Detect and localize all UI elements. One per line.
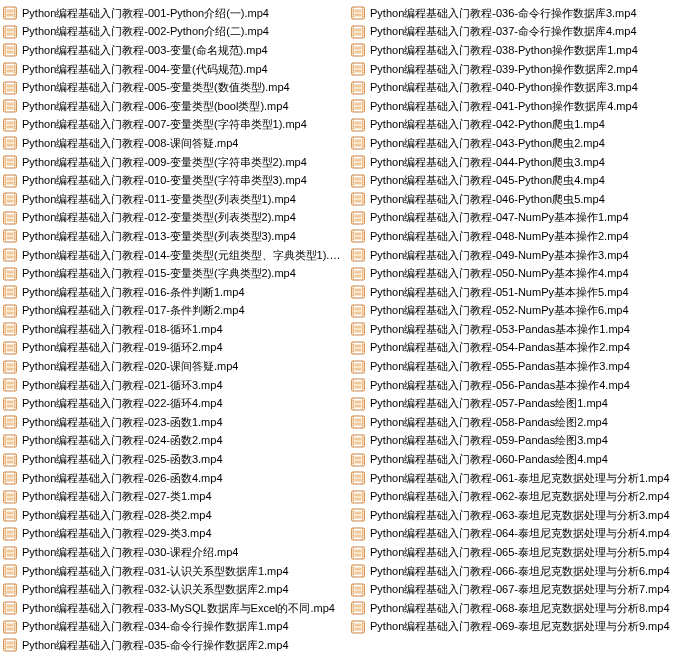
file-item[interactable]: Python编程基础入门教程-034-命令行操作数据库1.mp4 bbox=[2, 618, 350, 637]
video-file-icon bbox=[2, 154, 18, 170]
file-item[interactable]: Python编程基础入门教程-032-认识关系型数据库2.mp4 bbox=[2, 580, 350, 599]
file-name: Python编程基础入门教程-003-变量(命名规范).mp4 bbox=[22, 43, 268, 58]
svg-rect-412 bbox=[4, 519, 5, 520]
file-item[interactable]: Python编程基础入门教程-062-泰坦尼克数据处理与分析2.mp4 bbox=[350, 487, 698, 506]
file-item[interactable]: Python编程基础入门教程-023-函数1.mp4 bbox=[2, 413, 350, 432]
svg-rect-987 bbox=[363, 575, 364, 576]
video-file-icon bbox=[2, 470, 18, 486]
svg-rect-785 bbox=[352, 329, 353, 330]
file-item[interactable]: Python编程基础入门教程-069-泰坦尼克数据处理与分析9.mp4 bbox=[350, 618, 698, 637]
file-item[interactable]: Python编程基础入门教程-020-课间答疑.mp4 bbox=[2, 357, 350, 376]
file-item[interactable]: Python编程基础入门教程-054-Pandas基本操作2.mp4 bbox=[350, 339, 698, 358]
file-item[interactable]: Python编程基础入门教程-063-泰坦尼克数据处理与分析3.mp4 bbox=[350, 506, 698, 525]
file-item[interactable]: Python编程基础入门教程-045-Python爬虫4.mp4 bbox=[350, 171, 698, 190]
file-item[interactable]: Python编程基础入门教程-041-Python操作数据库4.mp4 bbox=[350, 97, 698, 116]
file-item[interactable]: Python编程基础入门教程-008-课间答疑.mp4 bbox=[2, 134, 350, 153]
file-name: Python编程基础入门教程-063-泰坦尼克数据处理与分析3.mp4 bbox=[370, 508, 670, 523]
file-item[interactable]: Python编程基础入门教程-009-变量类型(字符串类型2).mp4 bbox=[2, 153, 350, 172]
file-item[interactable]: Python编程基础入门教程-046-Python爬虫5.mp4 bbox=[350, 190, 698, 209]
file-item[interactable]: Python编程基础入门教程-002-Python介绍(二).mp4 bbox=[2, 23, 350, 42]
svg-rect-592 bbox=[352, 91, 353, 92]
file-item[interactable]: Python编程基础入门教程-001-Python介绍(一).mp4 bbox=[2, 4, 350, 23]
file-item[interactable]: Python编程基础入门教程-059-Pandas绘图3.mp4 bbox=[350, 432, 698, 451]
file-item[interactable]: Python编程基础入门教程-004-变量(代码规范).mp4 bbox=[2, 60, 350, 79]
file-item[interactable]: Python编程基础入门教程-003-变量(命名规范).mp4 bbox=[2, 41, 350, 60]
svg-rect-844 bbox=[352, 401, 353, 402]
file-item[interactable]: Python编程基础入门教程-013-变量类型(列表类型3).mp4 bbox=[2, 227, 350, 246]
file-item[interactable]: Python编程基础入门教程-026-函数4.mp4 bbox=[2, 469, 350, 488]
file-item[interactable]: Python编程基础入门教程-068-泰坦尼克数据处理与分析8.mp4 bbox=[350, 599, 698, 618]
file-item[interactable]: Python编程基础入门教程-037-命令行操作数据库4.mp4 bbox=[350, 23, 698, 42]
file-item[interactable]: Python编程基础入门教程-024-函数2.mp4 bbox=[2, 432, 350, 451]
file-item[interactable]: Python编程基础入门教程-018-循环1.mp4 bbox=[2, 320, 350, 339]
file-item[interactable]: Python编程基础入门教程-055-Pandas基本操作3.mp4 bbox=[350, 357, 698, 376]
file-item[interactable]: Python编程基础入门教程-017-条件判断2.mp4 bbox=[2, 302, 350, 321]
file-item[interactable]: Python编程基础入门教程-058-Pandas绘图2.mp4 bbox=[350, 413, 698, 432]
svg-rect-623 bbox=[363, 120, 364, 121]
file-item[interactable]: Python编程基础入门教程-028-类2.mp4 bbox=[2, 506, 350, 525]
file-item[interactable]: Python编程基础入门教程-056-Pandas基本操作4.mp4 bbox=[350, 376, 698, 395]
svg-rect-371 bbox=[15, 461, 16, 462]
file-item[interactable]: Python编程基础入门教程-043-Python爬虫2.mp4 bbox=[350, 134, 698, 153]
file-item[interactable]: Python编程基础入门教程-061-泰坦尼克数据处理与分析1.mp4 bbox=[350, 469, 698, 488]
file-item[interactable]: Python编程基础入门教程-040-Python操作数据库3.mp4 bbox=[350, 78, 698, 97]
file-item[interactable]: Python编程基础入门教程-010-变量类型(字符串类型3).mp4 bbox=[2, 171, 350, 190]
svg-rect-715 bbox=[363, 236, 364, 237]
svg-rect-79 bbox=[4, 103, 5, 104]
file-item[interactable]: Python编程基础入门教程-033-MySQL数据库与Excel的不同.mp4 bbox=[2, 599, 350, 618]
file-item[interactable]: Python编程基础入门教程-031-认识关系型数据库1.mp4 bbox=[2, 562, 350, 581]
file-item[interactable]: Python编程基础入门教程-053-Pandas基本操作1.mp4 bbox=[350, 320, 698, 339]
file-item[interactable]: Python编程基础入门教程-064-泰坦尼克数据处理与分析4.mp4 bbox=[350, 525, 698, 544]
svg-rect-253 bbox=[7, 307, 14, 310]
file-item[interactable]: Python编程基础入门教程-050-NumPy基本操作4.mp4 bbox=[350, 264, 698, 283]
file-name: Python编程基础入门教程-031-认识关系型数据库1.mp4 bbox=[22, 564, 289, 579]
file-item[interactable]: Python编程基础入门教程-060-Pandas绘图4.mp4 bbox=[350, 450, 698, 469]
file-item[interactable]: Python编程基础入门教程-065-泰坦尼克数据处理与分析5.mp4 bbox=[350, 543, 698, 562]
file-item[interactable]: Python编程基础入门教程-012-变量类型(列表类型2).mp4 bbox=[2, 209, 350, 228]
file-item[interactable]: Python编程基础入门教程-038-Python操作数据库1.mp4 bbox=[350, 41, 698, 60]
file-item[interactable]: Python编程基础入门教程-044-Python爬虫3.mp4 bbox=[350, 153, 698, 172]
file-item[interactable]: Python编程基础入门教程-019-循环2.mp4 bbox=[2, 339, 350, 358]
svg-rect-769 bbox=[352, 308, 353, 309]
file-item[interactable]: Python编程基础入门教程-052-NumPy基本操作6.mp4 bbox=[350, 302, 698, 321]
file-item[interactable]: Python编程基础入门教程-051-NumPy基本操作5.mp4 bbox=[350, 283, 698, 302]
file-item[interactable]: Python编程基础入门教程-029-类3.mp4 bbox=[2, 525, 350, 544]
svg-rect-818 bbox=[363, 362, 364, 363]
svg-rect-610 bbox=[363, 106, 364, 107]
file-item[interactable]: Python编程基础入门教程-006-变量类型(bool类型).mp4 bbox=[2, 97, 350, 116]
file-item[interactable]: Python编程基础入门教程-030-课程介绍.mp4 bbox=[2, 543, 350, 562]
svg-rect-128 bbox=[15, 157, 16, 158]
file-item[interactable]: Python编程基础入门教程-049-NumPy基本操作3.mp4 bbox=[350, 246, 698, 265]
file-item[interactable]: Python编程基础入门教程-005-变量类型(数值类型).mp4 bbox=[2, 78, 350, 97]
svg-rect-477 bbox=[15, 594, 16, 595]
file-item[interactable]: Python编程基础入门教程-022-循环4.mp4 bbox=[2, 394, 350, 413]
file-item[interactable]: Python编程基础入门教程-011-变量类型(列表类型1).mp4 bbox=[2, 190, 350, 209]
svg-rect-996 bbox=[352, 591, 353, 592]
svg-rect-327 bbox=[15, 408, 16, 409]
file-item[interactable]: Python编程基础入门教程-057-Pandas绘图1.mp4 bbox=[350, 394, 698, 413]
svg-rect-839 bbox=[355, 386, 362, 389]
file-item[interactable]: Python编程基础入门教程-039-Python操作数据库2.mp4 bbox=[350, 60, 698, 79]
svg-rect-712 bbox=[352, 240, 353, 241]
svg-rect-904 bbox=[352, 475, 353, 476]
file-item[interactable]: Python编程基础入门教程-015-变量类型(字典类型2).mp4 bbox=[2, 264, 350, 283]
svg-rect-442 bbox=[4, 556, 5, 557]
file-item[interactable]: Python编程基础入门教程-066-泰坦尼克数据处理与分析6.mp4 bbox=[350, 562, 698, 581]
file-item[interactable]: Python编程基础入门教程-027-类1.mp4 bbox=[2, 487, 350, 506]
file-item[interactable]: Python编程基础入门教程-035-命令行操作数据库2.mp4 bbox=[2, 636, 350, 655]
svg-rect-52 bbox=[4, 73, 5, 74]
svg-rect-244 bbox=[4, 308, 5, 309]
file-item[interactable]: Python编程基础入门教程-021-循环3.mp4 bbox=[2, 376, 350, 395]
svg-rect-746 bbox=[363, 275, 364, 276]
svg-rect-716 bbox=[363, 238, 364, 239]
file-item[interactable]: Python编程基础入门教程-067-泰坦尼克数据处理与分析7.mp4 bbox=[350, 580, 698, 599]
file-item[interactable]: Python编程基础入门教程-016-条件判断1.mp4 bbox=[2, 283, 350, 302]
file-item[interactable]: Python编程基础入门教程-048-NumPy基本操作2.mp4 bbox=[350, 227, 698, 246]
file-item[interactable]: Python编程基础入门教程-036-命令行操作数据库3.mp4 bbox=[350, 4, 698, 23]
svg-rect-744 bbox=[363, 271, 364, 272]
file-item[interactable]: Python编程基础入门教程-025-函数3.mp4 bbox=[2, 450, 350, 469]
file-item[interactable]: Python编程基础入门教程-047-NumPy基本操作1.mp4 bbox=[350, 209, 698, 228]
file-item[interactable]: Python编程基础入门教程-007-变量类型(字符串类型1).mp4 bbox=[2, 116, 350, 135]
file-item[interactable]: Python编程基础入门教程-014-变量类型(元组类型、字典类型1).mp4 bbox=[2, 246, 350, 265]
file-item[interactable]: Python编程基础入门教程-042-Python爬虫1.mp4 bbox=[350, 116, 698, 135]
